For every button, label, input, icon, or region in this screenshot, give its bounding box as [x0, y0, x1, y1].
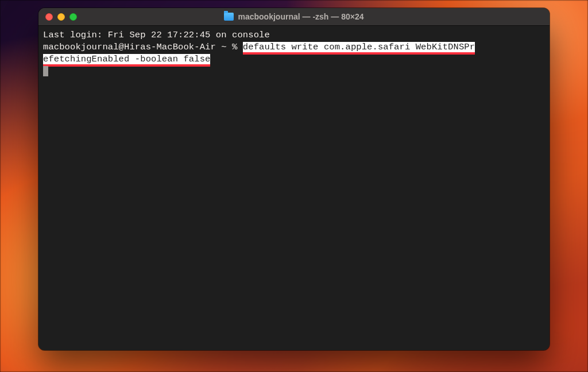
minimize-button[interactable] [57, 13, 65, 21]
terminal-window: macbookjournal — -zsh — 80×24 Last login… [38, 8, 550, 350]
terminal-content[interactable]: Last login: Fri Sep 22 17:22:45 on conso… [38, 26, 550, 350]
shell-prompt: macbookjournal@Hiras-MacBook-Air ~ % [43, 42, 243, 52]
terminal-cursor [43, 66, 48, 76]
zoom-button[interactable] [69, 13, 77, 21]
command-highlight-line1: defaults write com.apple.safari WebKitDN… [243, 42, 475, 52]
close-button[interactable] [45, 13, 53, 21]
folder-icon [224, 13, 234, 21]
window-titlebar[interactable]: macbookjournal — -zsh — 80×24 [38, 8, 550, 26]
command-highlight-line2: efetchingEnabled -boolean false [43, 54, 210, 64]
window-title-group: macbookjournal — -zsh — 80×24 [224, 12, 363, 21]
last-login-line: Last login: Fri Sep 22 17:22:45 on conso… [43, 30, 270, 40]
window-title: macbookjournal — -zsh — 80×24 [238, 12, 363, 21]
traffic-lights [45, 13, 77, 21]
